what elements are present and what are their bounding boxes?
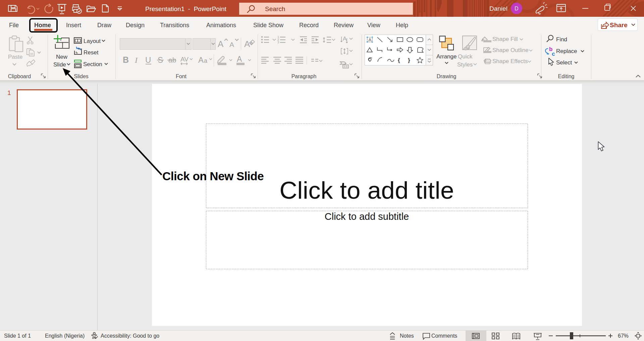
svg-text:Shape Outline: Shape Outline — [492, 47, 529, 53]
svg-text:{: { — [398, 57, 400, 63]
svg-text:a: a — [204, 57, 208, 64]
svg-text:A: A — [343, 36, 347, 42]
svg-text:Slide 1 of 1: Slide 1 of 1 — [4, 333, 31, 339]
svg-text:B: B — [123, 55, 129, 64]
svg-text:Comments: Comments — [431, 333, 457, 339]
svg-text:Search: Search — [265, 5, 285, 12]
svg-text:Slide: Slide — [53, 61, 66, 68]
svg-text:Styles: Styles — [457, 61, 473, 68]
svg-text:Arrange: Arrange — [436, 53, 457, 60]
svg-text:Replace: Replace — [556, 48, 577, 54]
svg-text:New: New — [56, 54, 68, 60]
svg-text:English (Nigeria): English (Nigeria) — [45, 333, 85, 339]
svg-text:AV: AV — [180, 56, 189, 63]
svg-text:A: A — [198, 55, 204, 64]
svg-text:A: A — [369, 37, 372, 42]
svg-text:Quick: Quick — [458, 53, 473, 60]
svg-text:Find: Find — [556, 36, 567, 43]
svg-text:A: A — [229, 41, 234, 48]
svg-text:A: A — [237, 55, 242, 63]
svg-text:U: U — [145, 55, 151, 64]
svg-text:Notes: Notes — [400, 333, 414, 339]
svg-text:Daniel: Daniel — [489, 5, 507, 12]
svg-text:Shape Fill: Shape Fill — [492, 36, 518, 42]
svg-text:3: 3 — [277, 40, 279, 44]
svg-text:67%: 67% — [618, 333, 629, 339]
svg-text:Section: Section — [83, 61, 102, 67]
svg-text:A: A — [218, 39, 224, 49]
svg-text:Accessibility: Good to go: Accessibility: Good to go — [101, 333, 159, 339]
svg-text:A: A — [244, 39, 250, 49]
svg-text:Shape Effects: Shape Effects — [492, 58, 528, 64]
svg-text:Share: Share — [610, 21, 628, 29]
svg-text:c: c — [552, 51, 555, 57]
svg-text:Presentation1 - PowerPoint: Presentation1 - PowerPoint — [145, 5, 227, 12]
svg-text:Paste: Paste — [8, 54, 22, 60]
svg-text:D: D — [515, 6, 519, 11]
svg-text:Layout: Layout — [84, 38, 101, 44]
svg-text:Reset: Reset — [84, 49, 99, 56]
svg-text:I: I — [135, 56, 138, 64]
svg-text:Select: Select — [556, 59, 572, 66]
svg-text:}: } — [408, 57, 410, 63]
